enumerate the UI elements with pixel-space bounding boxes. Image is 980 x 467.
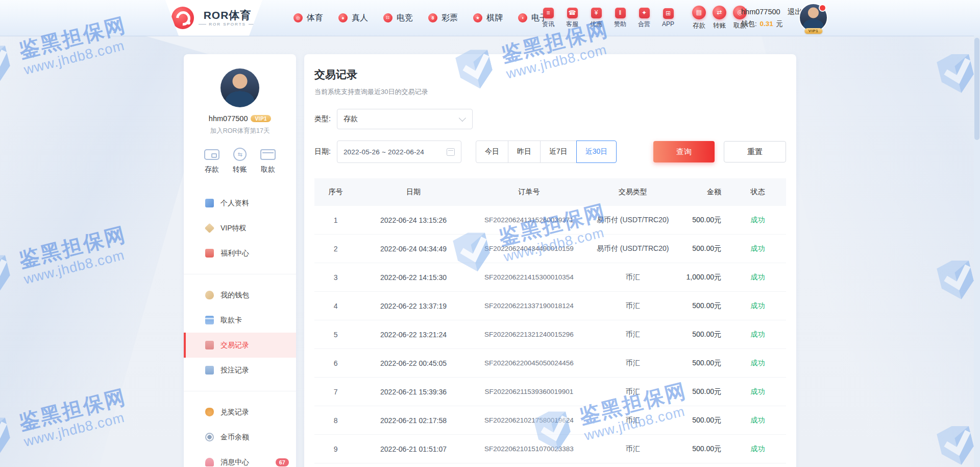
cell-status: 成功 — [729, 216, 786, 225]
user-block: hhm077500 退出 钱包: 0.31 元 — [741, 7, 802, 29]
nav-item-live[interactable]: ♠真人 — [338, 13, 368, 24]
sidebar-action-deposit[interactable]: 存款 — [204, 147, 219, 174]
doc-red-icon — [205, 341, 214, 349]
quick-link-label: 赞助 — [614, 20, 626, 29]
profile-avatar[interactable] — [220, 68, 259, 107]
quick-link-label: 客服 — [566, 20, 578, 29]
cell-order-no: SF202206210151070023383 — [470, 445, 588, 453]
chess-icon: ★ — [473, 13, 482, 22]
cell-index: 5 — [314, 331, 357, 339]
page-title: 交易记录 — [314, 67, 786, 82]
date-label: 日期: — [314, 147, 331, 156]
cell-type: 币汇 — [588, 330, 678, 339]
range-button-last30[interactable]: 近30日 — [576, 141, 617, 163]
quick-link-partner[interactable]: ✦合营 — [636, 8, 652, 29]
scrollbar[interactable] — [974, 36, 980, 467]
page: ROR体育 ROR SPORTS ◎体育♠真人∷电竞8彩票★棋牌◖电子 ≡资讯☎… — [0, 0, 980, 467]
table-row: 62022-06-22 00:45:05SF202206220045050024… — [314, 349, 786, 378]
sidebar-item-label: 金币余额 — [220, 433, 249, 442]
bank-card-icon — [205, 316, 214, 324]
live-icon: ♠ — [338, 13, 348, 22]
sidebar-item-label: 交易记录 — [220, 341, 249, 350]
nav-item-label: 彩票 — [442, 13, 458, 24]
sidebar-item-coins[interactable]: 金币余额 — [184, 425, 296, 450]
main-panel: 交易记录 当前系统支持查询最近30日的交易记录 类型: 存款 日期: 2022-… — [304, 54, 796, 467]
quick-link-service[interactable]: ☎客服 — [564, 8, 580, 29]
type-select[interactable]: 存款 — [337, 109, 473, 129]
sidebar-item-transactions[interactable]: 交易记录 — [184, 333, 296, 358]
cell-index: 6 — [314, 359, 357, 367]
sidebar-item-label: 消息中心 — [220, 458, 249, 467]
sidebar: hhm077500 VIP1 加入ROR体育第17天 存款⇆转账取款 个人资料V… — [184, 54, 296, 467]
vip-ribbon-badge: VIP1 — [804, 28, 822, 34]
nav-item-label: 棋牌 — [486, 13, 503, 24]
deposit-circle-icon: ▤ — [692, 6, 706, 19]
date-filter-row: 日期: 2022-05-26 ~ 2022-06-24 今日昨日近7日近30日 … — [314, 141, 786, 163]
nav-item-chess[interactable]: ★棋牌 — [473, 13, 503, 24]
news-icon: ≡ — [543, 8, 554, 18]
topnav-action-label: 存款 — [693, 21, 705, 30]
quick-link-sponsor[interactable]: ‖赞助 — [612, 8, 628, 29]
sidebar-action-withdraw[interactable]: 取款 — [260, 147, 276, 174]
quick-link-promo[interactable]: ¥优惠 — [588, 8, 604, 29]
column-header: 状态 — [729, 188, 786, 197]
cell-status: 成功 — [729, 244, 786, 253]
range-button-yesterday[interactable]: 昨日 — [508, 141, 541, 163]
cell-status: 成功 — [729, 273, 786, 282]
sidebar-item-bets[interactable]: 投注记录 — [184, 358, 296, 383]
topnav-action-transfer[interactable]: ⇄转账 — [713, 6, 726, 30]
sponsor-icon: ‖ — [615, 8, 626, 18]
watermark: 鉴黑担保网www.jhdb8.com — [0, 383, 133, 464]
sidebar-item-cards[interactable]: 取款卡 — [184, 308, 296, 333]
cell-order-no: SF202206241315260039371 — [470, 216, 588, 224]
wallet-label: 钱包: — [741, 20, 757, 28]
type-filter-row: 类型: 存款 — [314, 109, 786, 129]
cell-date: 2022-06-22 00:45:05 — [357, 359, 470, 367]
sidebar-action-transfer[interactable]: ⇆转账 — [233, 147, 247, 174]
search-button[interactable]: 查询 — [653, 141, 715, 162]
sidebar-item-label: 兑奖记录 — [220, 408, 249, 417]
top-navigation: ROR体育 ROR SPORTS ◎体育♠真人∷电竞8彩票★棋牌◖电子 ≡资讯☎… — [0, 0, 980, 36]
cell-order-no: SF202206220045050024456 — [470, 359, 588, 367]
sidebar-item-wallet[interactable]: 我的钱包 — [184, 283, 296, 308]
logo-title: ROR体育 — [204, 9, 252, 21]
logo[interactable]: ROR体育 ROR SPORTS — [165, 0, 262, 36]
quick-link-label: 合营 — [638, 20, 650, 29]
avatar[interactable]: VIP1 — [799, 3, 828, 32]
sidebar-item-profile[interactable]: 个人资料 — [184, 191, 296, 216]
dash-left — [199, 24, 206, 25]
cell-type: 币汇 — [588, 445, 678, 454]
quick-link-news[interactable]: ≡资讯 — [540, 8, 556, 29]
cell-type: 币汇 — [588, 416, 678, 425]
sidebar-item-messages[interactable]: 消息中心67 — [184, 450, 296, 467]
nav-item-lottery[interactable]: 8彩票 — [428, 13, 458, 24]
range-button-today[interactable]: 今日 — [476, 141, 508, 163]
cell-date: 2022-06-24 13:15:26 — [357, 216, 470, 224]
sidebar-item-prizes[interactable]: 兑奖记录 — [184, 400, 296, 425]
sidebar-item-vip[interactable]: VIP特权 — [184, 216, 296, 241]
range-button-last7[interactable]: 近7日 — [540, 141, 577, 163]
service-icon: ☎ — [567, 8, 578, 18]
money-bag-icon — [205, 408, 214, 416]
reset-button[interactable]: 重置 — [724, 141, 786, 162]
sidebar-quick-actions: 存款⇆转账取款 — [184, 147, 296, 174]
sidebar-action-label: 取款 — [261, 165, 275, 174]
shield-icon — [0, 39, 20, 92]
scrollbar-thumb[interactable] — [974, 38, 979, 140]
cell-date: 2022-06-24 04:34:49 — [357, 245, 470, 253]
username[interactable]: hhm077500 — [741, 8, 780, 16]
sidebar-menu-group: 我的钱包取款卡交易记录投注记录 — [184, 274, 296, 386]
id-card-icon — [205, 199, 214, 207]
cell-amount: 500.00元 — [677, 359, 729, 368]
nav-item-sports[interactable]: ◎体育 — [293, 13, 323, 24]
nav-item-esports[interactable]: ∷电竞 — [383, 13, 413, 24]
sidebar-item-welfare[interactable]: 福利中心 — [184, 241, 296, 266]
piggy-bank-icon — [205, 291, 214, 299]
quick-link-label: APP — [662, 20, 674, 28]
topnav-action-deposit[interactable]: ▤存款 — [692, 6, 706, 30]
watermark-text: 鉴黑担保网www.jhdb8.com — [16, 223, 132, 288]
cell-amount: 500.00元 — [677, 244, 729, 253]
quick-link-app[interactable]: ⊞APP — [660, 8, 676, 28]
sidebar-item-label: 投注记录 — [220, 366, 249, 375]
date-range-input[interactable]: 2022-05-26 ~ 2022-06-24 — [337, 141, 461, 163]
